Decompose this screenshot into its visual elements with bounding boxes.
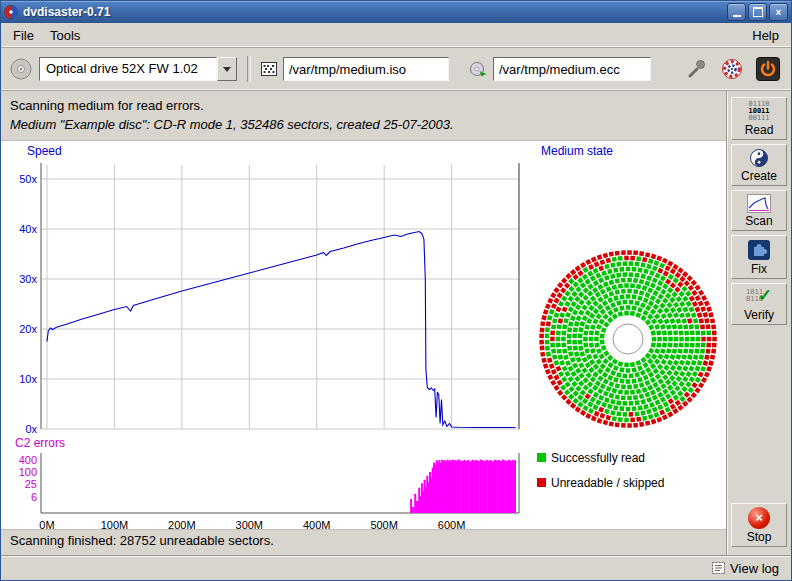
svg-text:200M: 200M bbox=[168, 519, 196, 529]
drive-select[interactable]: Optical drive 52X FW 1.02 bbox=[39, 57, 237, 81]
create-label: Create bbox=[741, 169, 777, 183]
read-icon-line-3: 00111 bbox=[748, 115, 769, 122]
svg-text:Successfully read: Successfully read bbox=[551, 451, 645, 465]
verify-button[interactable]: 1011 0110 ✓ Verify bbox=[731, 283, 787, 325]
minimize-button[interactable] bbox=[727, 3, 746, 21]
svg-text:40x: 40x bbox=[19, 223, 37, 235]
iso-path-input[interactable] bbox=[283, 57, 449, 81]
svg-text:0M: 0M bbox=[39, 519, 54, 529]
menu-help[interactable]: Help bbox=[744, 25, 787, 46]
view-log-label: View log bbox=[730, 561, 779, 576]
maximize-icon bbox=[753, 7, 763, 17]
svg-text:Speed: Speed bbox=[27, 144, 62, 158]
svg-text:30x: 30x bbox=[19, 273, 37, 285]
scan-status: Scanning finished: 28752 unreadable sect… bbox=[1, 529, 726, 555]
checkmark-icon: ✓ bbox=[758, 285, 772, 306]
svg-text:25: 25 bbox=[25, 478, 37, 490]
svg-text:300M: 300M bbox=[236, 519, 264, 529]
drive-icon bbox=[9, 57, 33, 81]
read-label: Read bbox=[745, 123, 774, 137]
power-icon bbox=[756, 57, 780, 81]
footer: View log bbox=[1, 555, 791, 580]
strategy-button[interactable] bbox=[717, 54, 747, 84]
svg-text:10x: 10x bbox=[19, 373, 37, 385]
toolbar: Optical drive 52X FW 1.02 bbox=[1, 48, 791, 91]
window-title: dvdisaster-0.71 bbox=[23, 5, 722, 19]
svg-text:400M: 400M bbox=[303, 519, 331, 529]
view-log-button[interactable]: View log bbox=[708, 559, 783, 578]
yin-yang-icon bbox=[749, 148, 769, 168]
svg-text:0x: 0x bbox=[25, 423, 37, 435]
scan-chart-icon bbox=[747, 194, 771, 213]
menu-tools[interactable]: Tools bbox=[42, 25, 88, 46]
read-icon: 01110 10011 00111 bbox=[748, 101, 769, 122]
svg-text:Unreadable / skipped: Unreadable / skipped bbox=[551, 476, 664, 490]
quit-button[interactable] bbox=[753, 54, 783, 84]
svg-text:20x: 20x bbox=[19, 323, 37, 335]
create-button[interactable]: Create bbox=[731, 144, 787, 186]
c2-errors-chart: C2 errors6251004000M100M200M300M400M500M… bbox=[15, 436, 519, 529]
verify-label: Verify bbox=[744, 308, 774, 322]
titlebar: dvdisaster-0.71 × bbox=[1, 1, 791, 23]
status-area: Scanning medium for read errors. Medium … bbox=[1, 91, 726, 140]
content-column: Scanning medium for read errors. Medium … bbox=[1, 91, 726, 555]
puzzle-icon bbox=[747, 239, 771, 261]
toolbar-separator bbox=[247, 56, 251, 82]
status-line-1: Scanning medium for read errors. bbox=[10, 96, 717, 115]
main-area: Scanning medium for read errors. Medium … bbox=[1, 91, 791, 555]
app-window: dvdisaster-0.71 × File Tools Help Optica… bbox=[0, 0, 792, 581]
read-button[interactable]: 01110 10011 00111 Read bbox=[731, 97, 787, 140]
svg-text:100M: 100M bbox=[101, 519, 129, 529]
fix-label: Fix bbox=[751, 262, 767, 276]
verify-check-icon: 1011 0110 ✓ bbox=[746, 287, 772, 307]
status-line-2: Medium "Example disc": CD-R mode 1, 3524… bbox=[10, 115, 717, 134]
chart-canvas: Speed0x10x20x30x40x50xC2 errors625100400… bbox=[1, 141, 726, 529]
ecc-file-icon bbox=[469, 61, 487, 77]
chart-area: Speed0x10x20x30x40x50xC2 errors625100400… bbox=[1, 140, 726, 529]
wrench-icon bbox=[686, 59, 706, 79]
iso-file-icon bbox=[261, 62, 277, 76]
menu-file[interactable]: File bbox=[5, 25, 42, 46]
svg-text:6: 6 bbox=[31, 491, 37, 503]
drive-select-value: Optical drive 52X FW 1.02 bbox=[39, 57, 217, 81]
medium-state-disc: Medium stateSuccessfully readUnreadable … bbox=[537, 144, 717, 490]
svg-text:500M: 500M bbox=[370, 519, 398, 529]
stop-icon: × bbox=[748, 507, 770, 529]
close-icon: × bbox=[776, 7, 782, 18]
svg-text:600M: 600M bbox=[438, 519, 466, 529]
sidebar: 01110 10011 00111 Read Create bbox=[726, 91, 791, 555]
svg-text:100: 100 bbox=[19, 466, 37, 478]
stop-label: Stop bbox=[747, 530, 772, 544]
close-button[interactable]: × bbox=[769, 3, 788, 21]
ecc-path-input[interactable] bbox=[493, 57, 651, 81]
speed-chart: Speed0x10x20x30x40x50x bbox=[19, 144, 519, 435]
preferences-button[interactable] bbox=[681, 54, 711, 84]
menubar: File Tools Help bbox=[1, 23, 791, 48]
chevron-down-icon[interactable] bbox=[217, 57, 237, 81]
color-wheel-icon bbox=[721, 58, 743, 80]
maximize-button[interactable] bbox=[748, 3, 767, 21]
scan-button[interactable]: Scan bbox=[731, 190, 787, 231]
fix-button[interactable]: Fix bbox=[731, 235, 787, 279]
stop-button[interactable]: × Stop bbox=[731, 503, 787, 547]
app-icon bbox=[4, 5, 18, 19]
scan-label: Scan bbox=[745, 214, 772, 228]
svg-text:50x: 50x bbox=[19, 173, 37, 185]
log-icon bbox=[712, 562, 725, 574]
minimize-icon bbox=[733, 15, 741, 17]
svg-text:C2 errors: C2 errors bbox=[15, 436, 65, 450]
svg-text:Medium state: Medium state bbox=[541, 144, 613, 158]
svg-text:400: 400 bbox=[19, 454, 37, 466]
